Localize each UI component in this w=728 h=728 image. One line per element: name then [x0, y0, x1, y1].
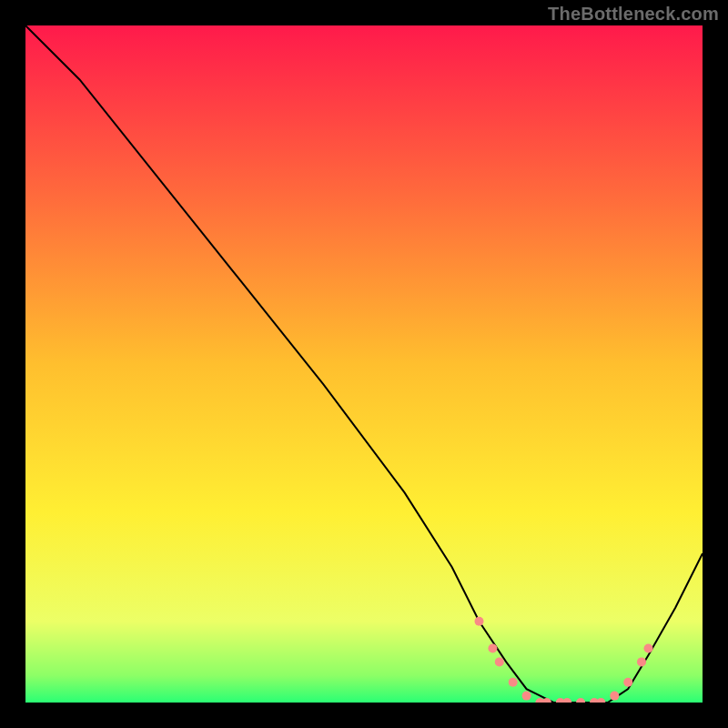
marker-dot: [475, 617, 484, 626]
marker-dot: [610, 692, 619, 701]
marker-dot: [522, 692, 531, 701]
marker-dot: [509, 678, 518, 687]
plot-area: [25, 25, 703, 703]
watermark-text: TheBottleneck.com: [548, 4, 719, 25]
marker-dot: [644, 644, 653, 653]
chart-svg: [25, 25, 703, 703]
marker-dot: [623, 678, 632, 687]
chart-frame: TheBottleneck.com: [0, 0, 728, 728]
marker-dot: [488, 644, 497, 653]
marker-dot: [637, 657, 646, 666]
gradient-background: [25, 25, 703, 703]
marker-dot: [495, 657, 504, 666]
